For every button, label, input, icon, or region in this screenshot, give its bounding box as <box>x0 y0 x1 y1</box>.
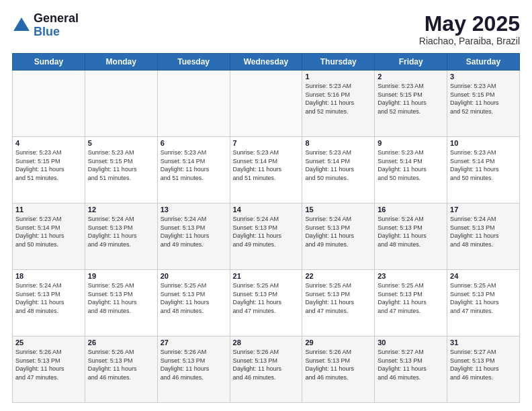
day-number: 23 <box>378 272 444 280</box>
day-info: Sunrise: 5:24 AM Sunset: 5:13 PM Dayligh… <box>161 215 227 248</box>
day-info: Sunrise: 5:23 AM Sunset: 5:14 PM Dayligh… <box>378 148 444 182</box>
day-number: 26 <box>88 338 154 347</box>
day-number: 22 <box>305 272 371 280</box>
calendar-day-cell: 7Sunrise: 5:23 AM Sunset: 5:14 PM Daylig… <box>230 137 302 203</box>
day-info: Sunrise: 5:26 AM Sunset: 5:13 PM Dayligh… <box>15 348 82 381</box>
day-info: Sunrise: 5:26 AM Sunset: 5:13 PM Dayligh… <box>88 348 154 381</box>
calendar-day-cell: 25Sunrise: 5:26 AM Sunset: 5:13 PM Dayli… <box>13 336 85 403</box>
header: General Blue May 2025 Riachao, Paraiba, … <box>12 12 520 46</box>
logo-general: General <box>34 12 79 26</box>
logo: General Blue <box>12 12 79 39</box>
weekday-header-thursday: Thursday <box>302 54 375 71</box>
day-number: 4 <box>15 139 82 147</box>
calendar-day-cell: 6Sunrise: 5:23 AM Sunset: 5:14 PM Daylig… <box>157 137 230 203</box>
calendar-day-cell: 24Sunrise: 5:25 AM Sunset: 5:13 PM Dayli… <box>447 270 520 336</box>
empty-day-cell <box>13 71 85 137</box>
day-info: Sunrise: 5:23 AM Sunset: 5:15 PM Dayligh… <box>15 148 82 182</box>
day-number: 16 <box>378 205 444 214</box>
calendar-day-cell: 28Sunrise: 5:26 AM Sunset: 5:13 PM Dayli… <box>230 336 302 403</box>
calendar-day-cell: 29Sunrise: 5:26 AM Sunset: 5:13 PM Dayli… <box>302 336 375 403</box>
calendar-day-cell: 17Sunrise: 5:24 AM Sunset: 5:13 PM Dayli… <box>447 203 520 270</box>
day-number: 9 <box>378 139 444 147</box>
calendar-day-cell: 30Sunrise: 5:27 AM Sunset: 5:13 PM Dayli… <box>375 336 447 403</box>
calendar-day-cell: 5Sunrise: 5:23 AM Sunset: 5:15 PM Daylig… <box>85 137 157 203</box>
day-info: Sunrise: 5:24 AM Sunset: 5:13 PM Dayligh… <box>88 215 154 248</box>
day-info: Sunrise: 5:24 AM Sunset: 5:13 PM Dayligh… <box>15 281 82 315</box>
calendar-week-row: 25Sunrise: 5:26 AM Sunset: 5:13 PM Dayli… <box>13 336 520 403</box>
weekday-header-wednesday: Wednesday <box>230 54 302 71</box>
day-info: Sunrise: 5:25 AM Sunset: 5:13 PM Dayligh… <box>450 281 517 315</box>
empty-day-cell <box>157 71 230 137</box>
day-number: 21 <box>233 272 300 280</box>
day-number: 13 <box>161 205 227 214</box>
title-block: May 2025 Riachao, Paraiba, Brazil <box>419 12 520 46</box>
day-number: 30 <box>378 338 444 347</box>
calendar-day-cell: 16Sunrise: 5:24 AM Sunset: 5:13 PM Dayli… <box>375 203 447 270</box>
calendar-week-row: 4Sunrise: 5:23 AM Sunset: 5:15 PM Daylig… <box>13 137 520 203</box>
day-number: 20 <box>161 272 227 280</box>
day-info: Sunrise: 5:23 AM Sunset: 5:15 PM Dayligh… <box>88 148 154 182</box>
calendar-day-cell: 20Sunrise: 5:25 AM Sunset: 5:13 PM Dayli… <box>157 270 230 336</box>
day-number: 12 <box>88 205 154 214</box>
calendar-day-cell: 9Sunrise: 5:23 AM Sunset: 5:14 PM Daylig… <box>375 137 447 203</box>
weekday-header-tuesday: Tuesday <box>157 54 230 71</box>
location-subtitle: Riachao, Paraiba, Brazil <box>419 36 520 46</box>
day-info: Sunrise: 5:23 AM Sunset: 5:14 PM Dayligh… <box>161 148 227 182</box>
day-number: 17 <box>450 205 517 214</box>
day-info: Sunrise: 5:25 AM Sunset: 5:13 PM Dayligh… <box>378 281 444 315</box>
day-info: Sunrise: 5:24 AM Sunset: 5:13 PM Dayligh… <box>450 215 517 248</box>
day-info: Sunrise: 5:23 AM Sunset: 5:16 PM Dayligh… <box>305 82 371 116</box>
day-info: Sunrise: 5:25 AM Sunset: 5:13 PM Dayligh… <box>161 281 227 315</box>
calendar-day-cell: 3Sunrise: 5:23 AM Sunset: 5:15 PM Daylig… <box>447 71 520 137</box>
day-info: Sunrise: 5:25 AM Sunset: 5:13 PM Dayligh… <box>233 281 300 315</box>
day-number: 25 <box>15 338 82 347</box>
day-number: 1 <box>305 73 371 81</box>
weekday-header-friday: Friday <box>375 54 447 71</box>
calendar-day-cell: 19Sunrise: 5:25 AM Sunset: 5:13 PM Dayli… <box>85 270 157 336</box>
day-info: Sunrise: 5:26 AM Sunset: 5:13 PM Dayligh… <box>233 348 300 381</box>
day-number: 18 <box>15 272 82 280</box>
month-title: May 2025 <box>419 12 520 36</box>
day-info: Sunrise: 5:25 AM Sunset: 5:13 PM Dayligh… <box>88 281 154 315</box>
day-info: Sunrise: 5:24 AM Sunset: 5:13 PM Dayligh… <box>378 215 444 248</box>
day-number: 27 <box>161 338 227 347</box>
day-info: Sunrise: 5:23 AM Sunset: 5:14 PM Dayligh… <box>305 148 371 182</box>
calendar-day-cell: 21Sunrise: 5:25 AM Sunset: 5:13 PM Dayli… <box>230 270 302 336</box>
calendar-day-cell: 8Sunrise: 5:23 AM Sunset: 5:14 PM Daylig… <box>302 137 375 203</box>
calendar-day-cell: 1Sunrise: 5:23 AM Sunset: 5:16 PM Daylig… <box>302 71 375 137</box>
day-info: Sunrise: 5:27 AM Sunset: 5:13 PM Dayligh… <box>378 348 444 381</box>
calendar-table: SundayMondayTuesdayWednesdayThursdayFrid… <box>12 53 520 403</box>
day-info: Sunrise: 5:23 AM Sunset: 5:14 PM Dayligh… <box>15 215 82 248</box>
day-number: 2 <box>378 73 444 81</box>
day-info: Sunrise: 5:27 AM Sunset: 5:13 PM Dayligh… <box>450 348 517 381</box>
calendar-day-cell: 13Sunrise: 5:24 AM Sunset: 5:13 PM Dayli… <box>157 203 230 270</box>
day-number: 31 <box>450 338 517 347</box>
calendar-day-cell: 11Sunrise: 5:23 AM Sunset: 5:14 PM Dayli… <box>13 203 85 270</box>
day-number: 19 <box>88 272 154 280</box>
day-number: 28 <box>233 338 300 347</box>
day-number: 5 <box>88 139 154 147</box>
calendar-day-cell: 4Sunrise: 5:23 AM Sunset: 5:15 PM Daylig… <box>13 137 85 203</box>
empty-day-cell <box>230 71 302 137</box>
calendar-week-row: 18Sunrise: 5:24 AM Sunset: 5:13 PM Dayli… <box>13 270 520 336</box>
day-info: Sunrise: 5:24 AM Sunset: 5:13 PM Dayligh… <box>233 215 300 248</box>
day-number: 14 <box>233 205 300 214</box>
logo-text: General Blue <box>34 12 79 39</box>
day-info: Sunrise: 5:24 AM Sunset: 5:13 PM Dayligh… <box>305 215 371 248</box>
weekday-header-saturday: Saturday <box>447 54 520 71</box>
day-info: Sunrise: 5:26 AM Sunset: 5:13 PM Dayligh… <box>305 348 371 381</box>
calendar-day-cell: 14Sunrise: 5:24 AM Sunset: 5:13 PM Dayli… <box>230 203 302 270</box>
day-number: 11 <box>15 205 82 214</box>
weekday-header-sunday: Sunday <box>13 54 85 71</box>
day-number: 24 <box>450 272 517 280</box>
day-info: Sunrise: 5:23 AM Sunset: 5:14 PM Dayligh… <box>233 148 300 182</box>
calendar-day-cell: 31Sunrise: 5:27 AM Sunset: 5:13 PM Dayli… <box>447 336 520 403</box>
page: General Blue May 2025 Riachao, Paraiba, … <box>0 0 532 411</box>
day-info: Sunrise: 5:23 AM Sunset: 5:15 PM Dayligh… <box>378 82 444 116</box>
calendar-day-cell: 22Sunrise: 5:25 AM Sunset: 5:13 PM Dayli… <box>302 270 375 336</box>
calendar-day-cell: 18Sunrise: 5:24 AM Sunset: 5:13 PM Dayli… <box>13 270 85 336</box>
calendar-day-cell: 23Sunrise: 5:25 AM Sunset: 5:13 PM Dayli… <box>375 270 447 336</box>
day-number: 3 <box>450 73 517 81</box>
logo-blue: Blue <box>34 26 79 39</box>
calendar-day-cell: 26Sunrise: 5:26 AM Sunset: 5:13 PM Dayli… <box>85 336 157 403</box>
